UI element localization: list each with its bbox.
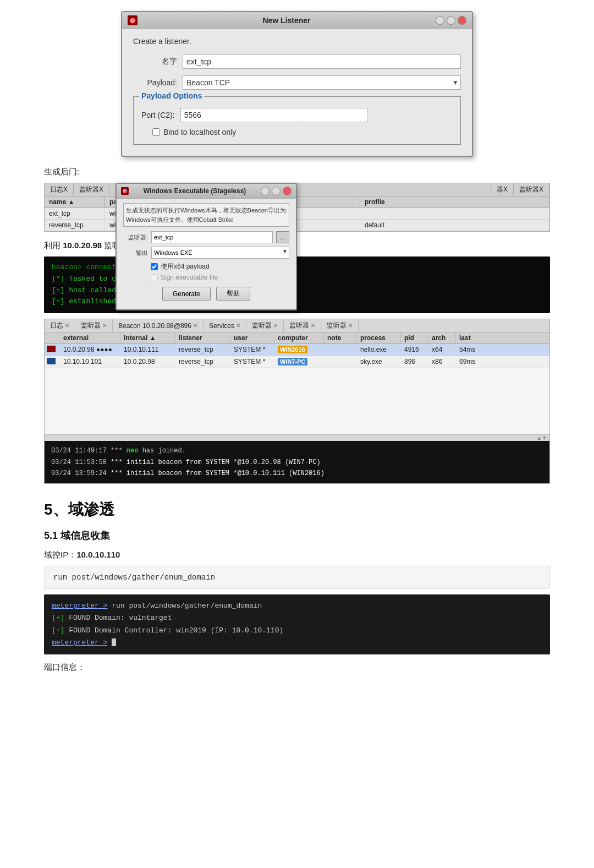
beacon-table-header: external internal ▲ listener user comput… [45, 332, 549, 344]
win-exec-listener-input[interactable] [151, 231, 273, 243]
generate-button[interactable]: Generate [162, 287, 211, 301]
row-pid: 896 [401, 356, 428, 368]
scroll-indicator: ▲▼ [45, 434, 549, 441]
domain-ip-label: 域控IP： [44, 550, 76, 559]
win-exec-footer: Generate 帮助 [123, 283, 289, 305]
row-note [324, 344, 357, 356]
name-input[interactable] [183, 54, 461, 69]
tab-beacon-896[interactable]: Beacon 10.0.20.98@896 ✕ [113, 319, 204, 332]
close-button[interactable] [283, 187, 292, 195]
tab-listener[interactable]: 监听器X [74, 183, 109, 196]
localhost-checkbox-row: Bind to localhost only [141, 128, 453, 137]
port-row: Port (C2): [141, 108, 453, 122]
col-icon [45, 332, 60, 343]
dialog-app-icon: 🎯 [128, 15, 138, 25]
payload-options-legend: Payload Options [139, 91, 204, 100]
domain-ip-text: 域控IP：10.0.10.110 [44, 550, 550, 560]
beacon-list-panel: 日志✕ 监听器✕ Beacon 10.0.20.98@896 ✕ Service… [44, 319, 550, 484]
win-exec-listener-row: 监听器: ... [123, 231, 289, 243]
dialog-window-controls [436, 16, 466, 25]
tab-listener5[interactable]: 监听器✕ [321, 319, 359, 332]
sign-checkbox[interactable] [151, 274, 158, 281]
row-external: 10.0.20.98 ●●●● [60, 344, 120, 356]
tab-close-icon[interactable]: ✕ [193, 323, 197, 329]
row-icon [45, 344, 60, 356]
row-pid: 4916 [401, 344, 428, 356]
localhost-checkbox[interactable] [152, 128, 160, 136]
tab-listener2[interactable]: 监听器X [514, 183, 549, 196]
tab-log[interactable]: 日志✕ [45, 319, 75, 332]
meterp-found-2: [+] FOUND Domain Controller: win2019 (IP… [52, 625, 542, 637]
col-external: external [60, 332, 120, 343]
win-exec-browse-button[interactable]: ... [276, 231, 289, 243]
payload-row: Payload: Beacon TCP ▼ [133, 75, 461, 90]
port-info-label: 端口信息： [44, 662, 550, 673]
tab-close-icon[interactable]: ✕ [273, 323, 278, 329]
row-internal: 10.0.20.98 [120, 356, 175, 368]
col-name: name ▲ [45, 196, 105, 208]
beacon-table-scroll[interactable]: external internal ▲ listener user comput… [45, 332, 549, 434]
windows-exec-dialog: 🎯 Windows Executable (Stageless) 生成无状态的可… [116, 183, 297, 310]
code-content: run post/windows/gather/enum_domain [53, 573, 215, 582]
row-user: SYSTEM * [230, 356, 274, 368]
table-empty-space [45, 368, 549, 434]
win-exec-title: Windows Executable (Stageless) [129, 187, 261, 195]
close-button[interactable] [458, 16, 466, 25]
maximize-button[interactable] [272, 187, 280, 195]
payload-select-wrapper: Beacon TCP ▼ [183, 75, 461, 90]
name-label: 名字 [133, 57, 177, 67]
col-pid: pid [401, 332, 428, 343]
col-profile: profile [360, 196, 549, 208]
win-exec-body: 生成无状态的可执行Windows木马，将无状态Beacon导出为Windows可… [117, 199, 296, 309]
payload-select[interactable]: Beacon TCP [183, 75, 461, 90]
tab-right-group: 器X 监听器X [491, 183, 549, 196]
port-input[interactable] [180, 108, 367, 122]
log-date-3: 03/24 13:59:24 [51, 470, 107, 477]
localhost-checkbox-label: Bind to localhost only [163, 128, 236, 137]
table-row[interactable]: 10.10.10.101 10.0.20.98 reverse_tcp SYST… [45, 356, 549, 368]
win-exec-titlebar: 🎯 Windows Executable (Stageless) [117, 184, 296, 199]
tab-close-icon[interactable]: ✕ [236, 323, 240, 329]
row-listener: reverse_tcp [175, 356, 230, 368]
section5-heading: 5、域渗透 [44, 499, 550, 520]
win-exec-controls [261, 187, 292, 195]
tab-listener4[interactable]: 监听器✕ [284, 319, 321, 332]
tab-close-icon[interactable]: ✕ [65, 323, 69, 329]
minimize-button[interactable] [436, 16, 444, 25]
tab-log[interactable]: 日志X [45, 183, 74, 196]
dialog-description: Create a listener. [133, 37, 461, 46]
tab-listener3[interactable]: 监听器✕ [246, 319, 284, 332]
tab-close-icon[interactable]: ✕ [348, 323, 353, 329]
meterp-found-1: [+] FOUND Domain: vulntarget [52, 612, 542, 624]
tab-services[interactable]: Services ✕ [204, 319, 246, 332]
col-note: note [324, 332, 357, 343]
x64-checkbox[interactable] [151, 263, 158, 270]
dialog-titlebar: 🎯 New Listener [122, 12, 472, 29]
beacon-list-tabs: 日志✕ 监听器✕ Beacon 10.0.20.98@896 ✕ Service… [45, 319, 549, 332]
tab-close-icon[interactable]: ✕ [102, 323, 107, 329]
meterpreter-terminal: meterpreter > run post/windows/gather/en… [44, 594, 550, 654]
row-user: SYSTEM * [230, 344, 274, 356]
col-internal: internal ▲ [120, 332, 175, 343]
log-text-2: *** initial beacon from SYSTEM *@10.0.20… [107, 458, 321, 466]
row-computer: WIN2016 [274, 344, 324, 356]
tab-listeners[interactable]: 监听器✕ [75, 319, 113, 332]
row-arch: x86 [428, 356, 456, 368]
win-exec-output-select[interactable]: Windows EXE [151, 247, 289, 259]
row-listener: reverse_tcp [175, 344, 230, 356]
col-process: process [357, 332, 401, 343]
tab-device[interactable]: 器X [491, 183, 514, 196]
name-row: 名字 [133, 54, 461, 69]
row-computer: WIN7-PC [274, 356, 324, 368]
neo-highlight: neo [127, 447, 139, 455]
table-row[interactable]: 10.0.20.98 ●●●● 10.0.10.111 reverse_tcp … [45, 344, 549, 356]
row-note [324, 356, 357, 368]
console-line-1: 03/24 11:49:17 *** neo has joined. [51, 445, 543, 456]
beacon-console: 03/24 11:49:17 *** neo has joined. 03/24… [45, 441, 549, 483]
maximize-button[interactable] [447, 16, 455, 25]
tab-close-icon[interactable]: ✕ [311, 323, 315, 329]
meterp-final-prompt: meterpreter > [52, 637, 542, 649]
col-arch: arch [428, 332, 456, 343]
help-button[interactable]: 帮助 [216, 287, 250, 301]
minimize-button[interactable] [261, 187, 270, 195]
